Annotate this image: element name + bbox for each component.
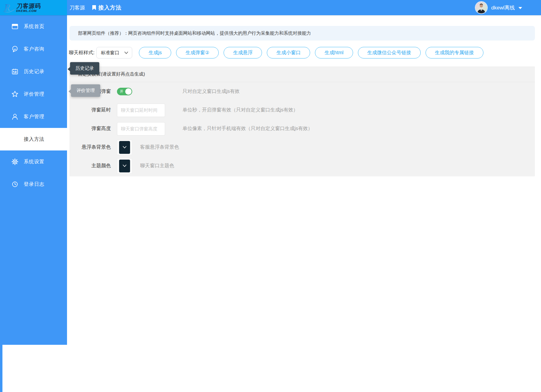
- sidebar-item-home[interactable]: 系统首页: [0, 15, 67, 38]
- generate-small-window-button[interactable]: 生成小窗口: [267, 47, 310, 58]
- form-row-popup-delay: 弹窗延时 单位秒，开启弹窗有效（只对自定义窗口生成js有效）: [69, 101, 535, 119]
- row-hint: 只对自定义窗口生成js有效: [182, 88, 240, 95]
- panel-title: 自定义设置(请设置好再点击生成): [69, 66, 535, 82]
- app-name: 刀客源: [69, 4, 85, 11]
- generate-float-button[interactable]: 生成悬浮: [224, 47, 262, 58]
- sidebar-item-access-method[interactable]: 接入方法: [0, 128, 67, 150]
- form-row-popup-height: 弹窗高度 单位像素，只针对手机端有效（只对自定义窗口生成js有效）: [69, 119, 535, 138]
- sidebar-item-consult[interactable]: 客户咨询: [0, 38, 67, 60]
- theme-color-picker[interactable]: [117, 158, 132, 174]
- main-content: 部署网页组件（推荐）：网页咨询组件同时支持桌面网站和移动网站，提供强大的用户行为…: [67, 15, 541, 392]
- select-value: 标准窗口: [101, 50, 124, 56]
- color-swatch: [119, 160, 130, 172]
- chat-style-select[interactable]: 标准窗口: [96, 47, 132, 58]
- user-menu[interactable]: dkewl离线: [475, 1, 541, 14]
- sidebar-item-label: 系统设置: [24, 159, 44, 165]
- chevron-down-icon: [124, 51, 128, 54]
- generate-buttons: 生成js 生成弹窗② 生成悬浮 生成小窗口 生成html 生成微信公众号链接 生…: [139, 47, 483, 58]
- popup-delay-input[interactable]: [117, 104, 165, 117]
- logo[interactable]: R 刀客源码 DKEWL.COM: [0, 0, 67, 15]
- user-icon: [10, 112, 19, 121]
- generate-popup-button[interactable]: 生成弹窗②: [176, 47, 219, 58]
- brand-domain: DKEWL.COM: [16, 9, 41, 12]
- top-bar: R 刀客源码 DKEWL.COM 刀客源 接入方法: [0, 0, 541, 15]
- sidebar-item-label: 评价管理: [24, 91, 44, 97]
- user-name: dkewl离线: [491, 4, 515, 11]
- row-hint: 客服悬浮条背景色: [140, 144, 179, 150]
- form-row-theme-color: 主题颜色 聊天窗口主题色: [69, 157, 535, 175]
- generate-exclusive-link-button[interactable]: 生成我的专属链接: [426, 47, 483, 58]
- row-label: 弹窗高度: [69, 125, 111, 132]
- toggle-knob: [125, 88, 132, 95]
- color-swatch: [119, 141, 130, 154]
- tooltip-reviews: 评价管理: [71, 84, 100, 97]
- brand-name: 刀客源码: [16, 3, 41, 9]
- notice-bar: 部署网页组件（推荐）：网页咨询组件同时支持桌面网站和移动网站，提供强大的用户行为…: [69, 26, 535, 41]
- tooltip-history: 历史记录: [70, 62, 99, 75]
- form-row-popup-toggle: 开启弹窗 开 只对自定义窗口生成js有效: [69, 82, 535, 101]
- sidebar-item-label: 接入方法: [24, 136, 44, 143]
- generate-wechat-link-button[interactable]: 生成微信公众号链接: [358, 47, 421, 58]
- sidebar-item-label: 历史记录: [24, 69, 44, 75]
- popup-height-input[interactable]: [117, 122, 165, 136]
- generate-js-button[interactable]: 生成js: [139, 47, 171, 58]
- notice-text: 部署网页组件（推荐）：网页咨询组件同时支持桌面网站和移动网站，提供强大的用户行为…: [78, 30, 311, 36]
- form-row-floatbar-color: 悬浮条背景色 客服悬浮条背景色: [69, 138, 535, 157]
- breadcrumb: 接入方法: [92, 4, 122, 11]
- sidebar-item-label: 系统首页: [24, 23, 44, 30]
- settings-panel: 自定义设置(请设置好再点击生成) 开启弹窗 开 只对自定义窗口生成js有效 弹窗…: [69, 66, 535, 176]
- row-hint: 聊天窗口主题色: [140, 163, 174, 169]
- sidebar-item-settings[interactable]: 系统设置: [0, 150, 67, 173]
- row-label: 悬浮条背景色: [69, 144, 111, 150]
- sidebar-item-label: 客户管理: [24, 114, 44, 120]
- popup-toggle[interactable]: 开: [117, 88, 132, 95]
- sidebar-edge-strip: [0, 345, 2, 392]
- chat-style-label: 聊天框样式:: [69, 50, 94, 56]
- window-icon: [10, 22, 19, 31]
- chat-style-row: 聊天框样式: 标准窗口 生成js 生成弹窗② 生成悬浮 生成小窗口 生成html…: [69, 47, 535, 59]
- brand-mark-icon: R: [3, 2, 16, 14]
- clock-icon: [10, 180, 19, 189]
- gear-icon: [10, 157, 19, 166]
- caret-down-icon: [518, 7, 522, 9]
- sidebar-item-reviews[interactable]: 评价管理: [0, 83, 67, 105]
- sidebar: 系统首页 客户咨询 历史记录: [0, 15, 67, 345]
- avatar: [475, 1, 488, 14]
- star-icon: [10, 90, 19, 99]
- sidebar-item-login-logs[interactable]: 登录日志: [0, 173, 67, 196]
- page-title: 接入方法: [98, 4, 122, 11]
- history-icon: [10, 67, 19, 76]
- sidebar-item-history[interactable]: 历史记录: [0, 60, 67, 83]
- chevron-down-icon: [122, 164, 127, 167]
- chat-icon: [10, 44, 19, 54]
- sidebar-item-label: 客户咨询: [24, 46, 44, 52]
- sidebar-item-customers[interactable]: 客户管理: [0, 105, 67, 128]
- row-hint: 单位像素，只针对手机端有效（只对自定义窗口生成js有效）: [182, 125, 313, 132]
- bookmark-icon: [92, 5, 97, 10]
- sidebar-item-label: 登录日志: [24, 181, 44, 188]
- row-label: 主题颜色: [69, 163, 111, 169]
- chevron-down-icon: [122, 146, 127, 149]
- floatbar-color-picker[interactable]: [117, 140, 132, 155]
- toggle-on-label: 开: [120, 89, 123, 94]
- row-label: 弹窗延时: [69, 107, 111, 113]
- generate-html-button[interactable]: 生成html: [315, 47, 353, 58]
- row-hint: 单位秒，开启弹窗有效（只对自定义窗口生成js有效）: [182, 107, 298, 113]
